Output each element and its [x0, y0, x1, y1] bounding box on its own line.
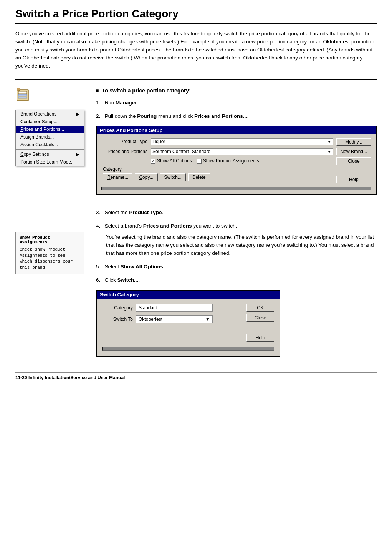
switch-dialog-body: Category Standard Switch To Oktoberfest … [97, 299, 280, 356]
prices-portions-arrow: ▼ [327, 150, 331, 154]
modify-button[interactable]: Modify... [336, 138, 371, 146]
switch-to-row: Switch To Oktoberfest ▼ [102, 315, 236, 323]
section-2: Show Product Assignments Check Show Prod… [15, 209, 377, 357]
prices-dialog: Prices And Portions Setup Product Type L… [96, 126, 377, 195]
copy-button[interactable]: Copy... [135, 173, 157, 181]
switch-button[interactable]: Switch... [160, 173, 186, 181]
switch-to-label: Switch To [102, 317, 133, 322]
menu-item-prices: Prices and Portions... [16, 126, 84, 133]
switch-category-value: Standard [136, 304, 213, 312]
menu-item-brand-ops: Brand Operations ▶ [16, 110, 84, 118]
right-column-2: 3. Select the Product Type. 4. Select a … [96, 209, 377, 357]
prices-dialog-title: Prices And Portions Setup [97, 126, 376, 134]
product-type-label: Product Type [101, 139, 147, 144]
switch-ok-button[interactable]: OK [246, 304, 274, 312]
step-1: 1. Run Manager. [96, 99, 377, 107]
step-4: 4. Select a brand's Prices and Portions … [96, 222, 377, 258]
status-bar [101, 187, 371, 190]
category-label: Category [103, 167, 333, 172]
show-all-options-checkbox[interactable]: Show All Options [151, 158, 192, 164]
sidebar-note-text: Check Show Product Assignments to see wh… [20, 247, 80, 271]
procedure-title: To switch a price portion category: [96, 88, 377, 94]
menu-mockup: Brand Operations ▶ Container Setup... Pr… [15, 110, 84, 166]
prices-portions-label: Prices and Portions [101, 149, 147, 154]
product-type-row: Product Type Liquor ▼ [101, 138, 333, 145]
show-product-check[interactable] [197, 159, 202, 164]
page-title: Switch a Price Portion Category [15, 8, 377, 24]
switch-category-row: Category Standard [102, 304, 236, 312]
new-brand-button[interactable]: New Brand... [336, 148, 371, 155]
prices-portions-select[interactable]: Southern Comfort--Standard ▼ [151, 148, 333, 155]
footer-text: 11-20 Infinity Installation/Service and … [15, 375, 125, 380]
svg-rect-2 [18, 94, 27, 96]
footer: 11-20 Infinity Installation/Service and … [15, 372, 377, 380]
switch-buttons: OK Close Help [246, 304, 274, 342]
step-2: 2. Pull down the Pouring menu and click … [96, 112, 377, 121]
menu-item-assign-cocktails: Assign Cocktails... [16, 141, 84, 149]
category-action-btns: Rename... Copy... Switch... Delete [103, 173, 333, 181]
show-product-assignments-checkbox[interactable]: Show Product Assignments [197, 158, 259, 164]
rename-button[interactable]: Rename... [103, 173, 132, 181]
show-all-options-check[interactable] [151, 159, 155, 164]
close-button[interactable]: Close [336, 157, 371, 165]
menu-item-copy-settings: Copy Settings ▶ [16, 150, 84, 158]
switch-dialog: Switch Category Category Standard Switch… [96, 290, 280, 357]
switch-dialog-content: Category Standard Switch To Oktoberfest … [102, 304, 274, 342]
sidebar-note-title: Show Product Assignments [20, 235, 80, 244]
show-all-options-label: Show All Options [157, 158, 192, 164]
switch-category-label: Category [102, 305, 133, 311]
show-product-label: Show Product Assignments [203, 158, 259, 164]
intro-paragraph: Once you've created additional price por… [15, 30, 377, 70]
section-1: Brand Operations ▶ Container Setup... Pr… [15, 88, 377, 202]
menu-separator [16, 149, 84, 150]
delete-button[interactable]: Delete [188, 173, 210, 181]
switch-to-arrow: ▼ [205, 317, 210, 322]
checkbox-row: Show All Options Show Product Assignment… [151, 158, 333, 164]
procedure-title-text: To switch a price portion category: [102, 88, 191, 94]
left-column-1: Brand Operations ▶ Container Setup... Pr… [15, 88, 96, 202]
dialog-right-buttons: Modify... New Brand... Close Help [336, 138, 371, 183]
help-button[interactable]: Help [336, 176, 371, 183]
step-3: 3. Select the Product Type. [96, 209, 377, 217]
sidebar-note: Show Product Assignments Check Show Prod… [15, 232, 84, 274]
svg-rect-1 [18, 91, 27, 94]
switch-close-button[interactable]: Close [246, 314, 274, 322]
prices-portions-row: Prices and Portions Southern Comfort--St… [101, 148, 333, 155]
step-4-detail: You're selecting the brand and also the … [106, 233, 377, 258]
section-divider [15, 79, 377, 80]
switch-help-button[interactable]: Help [246, 334, 274, 342]
right-column-1: To switch a price portion category: 1. R… [96, 88, 377, 202]
category-row: Category Rename... Copy... Switch... Del… [101, 167, 333, 181]
switch-status-bar [102, 347, 274, 351]
svg-rect-5 [17, 88, 20, 91]
left-column-2: Show Product Assignments Check Show Prod… [15, 209, 96, 357]
step-5: 5. Select Show All Options. [96, 263, 377, 271]
menu-item-container: Container Setup... [16, 118, 84, 126]
menu-item-assign-brands: Assign Brands... [16, 133, 84, 141]
switch-dialog-title: Switch Category [97, 291, 280, 299]
prices-dialog-body: Product Type Liquor ▼ Prices and Portion… [97, 134, 376, 194]
switch-to-select[interactable]: Oktoberfest ▼ [136, 315, 213, 323]
svg-rect-3 [18, 97, 27, 98]
step-6: 6. Click Switch.... [96, 276, 377, 284]
manager-icon [15, 88, 31, 103]
menu-item-portion-size: Portion Size Learn Mode... [16, 158, 84, 166]
product-type-arrow: ▼ [327, 140, 331, 144]
switch-dialog-fields: Category Standard Switch To Oktoberfest … [102, 304, 236, 342]
product-type-select[interactable]: Liquor ▼ [151, 138, 333, 145]
